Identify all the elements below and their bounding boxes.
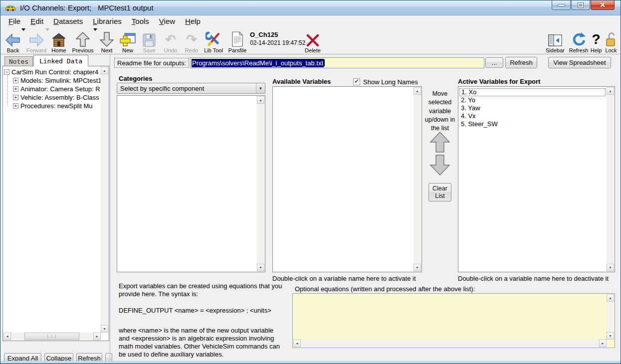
scroll-down-icon[interactable]: ▼ <box>414 264 421 271</box>
chevron-down-icon[interactable]: ▼ <box>256 83 265 93</box>
export-help-paragraph: Export variables can be created using eq… <box>119 282 285 298</box>
scroll-down-icon[interactable]: ▼ <box>607 332 614 340</box>
menu-tools[interactable]: Tools <box>128 16 153 26</box>
list-item[interactable]: 4. Vx <box>459 112 606 120</box>
tree-item-label[interactable]: Procedures: newSplit Mu <box>20 102 93 110</box>
undo-button[interactable]: ↶ Undo <box>160 28 181 53</box>
scroll-up-icon[interactable]: ▲ <box>257 96 264 104</box>
dataset-info: O_Ch125 02-14-2021 19:47:52 <box>250 31 305 46</box>
scrollbar-thumb[interactable]: ❘❘❘ <box>24 333 79 340</box>
back-button[interactable]: Back <box>1 28 24 53</box>
tree-content: CarSim Run Control: chapter4 Models: Sim… <box>4 68 100 332</box>
tree-vertical-scrollbar[interactable]: ▲ ▼ <box>101 67 108 333</box>
panel-divider[interactable] <box>110 54 110 364</box>
scroll-down-icon[interactable]: ▼ <box>257 264 264 271</box>
readme-refresh-button[interactable]: Refresh <box>505 57 537 68</box>
lock-button[interactable]: Lock <box>602 28 620 53</box>
close-button[interactable]: ✕ <box>591 0 615 10</box>
optional-equations-textarea[interactable]: ▲ ▼ ◄ ► <box>292 293 615 348</box>
tree-item-label[interactable]: Animator: Camera Setup: R <box>20 85 100 93</box>
minimize-icon <box>558 4 565 6</box>
menu-edit[interactable]: Edit <box>26 16 47 26</box>
tree-item-models[interactable]: Models: Simulink: MPCtest1 <box>4 76 100 85</box>
scroll-up-icon[interactable]: ▲ <box>414 87 421 95</box>
collapse-icon[interactable] <box>4 69 9 75</box>
expand-icon[interactable] <box>13 78 18 83</box>
categories-list[interactable]: ▲ ▼ <box>117 95 265 272</box>
list-item[interactable]: 5. Steer_SW <box>459 120 606 128</box>
categories-scrollbar[interactable]: ▲ ▼ <box>257 96 264 271</box>
sidebar-button[interactable]: Sidebar <box>544 28 566 53</box>
menu-datasets[interactable]: Datasets <box>49 16 87 26</box>
view-spreadsheet-button[interactable]: View Spreadsheet <box>548 57 611 68</box>
tree-item-label[interactable]: Models: Simulink: MPCtest1 <box>20 77 100 84</box>
save-button[interactable]: Save <box>139 28 159 53</box>
app-window: I/O Channels: Export; MPCtest1 output ✕ … <box>0 0 621 364</box>
menu-view[interactable]: View <box>155 16 179 26</box>
tree-item-procedures[interactable]: Procedures: newSplit Mu <box>4 102 100 110</box>
scroll-up-icon[interactable]: ▲ <box>607 87 614 95</box>
scroll-left-icon[interactable]: ◄ <box>3 333 11 340</box>
active-variables-list[interactable]: 1. Xo 2. Yo 3. Yaw 4. Vx 5. Steer_SW ▲ ▼ <box>458 86 615 272</box>
list-item[interactable]: 2. Yo <box>459 96 606 104</box>
browse-button[interactable]: ... <box>485 57 503 68</box>
list-item[interactable]: 3. Yaw <box>459 104 606 112</box>
help-question-icon: ? <box>592 32 600 47</box>
help-button[interactable]: ? Help <box>589 28 603 53</box>
equations-vertical-scrollbar[interactable]: ▲ ▼ <box>607 294 614 340</box>
categories-header: Categories <box>119 75 152 82</box>
move-up-button[interactable] <box>429 131 450 153</box>
lib-tool-button[interactable]: Lib Tool <box>201 28 226 53</box>
scroll-down-icon[interactable]: ▼ <box>101 325 108 333</box>
home-button[interactable]: Home <box>48 28 69 53</box>
tree-item-run-control[interactable]: CarSim Run Control: chapter4 <box>4 68 100 76</box>
maximize-button[interactable] <box>571 0 590 10</box>
tab-notes[interactable]: Notes <box>4 56 33 66</box>
new-button[interactable]: New <box>117 28 138 53</box>
tree-horizontal-scrollbar[interactable]: ◄ ► ❘❘❘ <box>3 333 101 340</box>
menu-file[interactable]: File <box>4 16 24 26</box>
expand-icon[interactable] <box>13 103 18 109</box>
forward-button[interactable]: Forward <box>24 28 48 53</box>
window-bottom-edge <box>0 361 621 364</box>
tab-linked-data[interactable]: Linked Data <box>33 55 88 66</box>
expand-icon[interactable] <box>13 95 18 100</box>
menu-libraries[interactable]: Libraries <box>89 16 126 26</box>
readme-path-input[interactable]: Programs\solvers\ReadMe\i_i_outputs_tab.… <box>190 57 484 68</box>
show-long-names-checkbox[interactable]: ✔ <box>353 78 360 85</box>
redo-button[interactable]: ↷ Redo <box>181 28 202 53</box>
parsfile-button[interactable]: Parsfile <box>226 28 249 53</box>
scroll-up-icon[interactable]: ▲ <box>101 67 108 74</box>
checkmark-icon: ✔ <box>354 78 359 84</box>
active-scrollbar[interactable]: ▲ ▼ <box>607 87 614 271</box>
tree-item-animator[interactable]: Animator: Camera Setup: R <box>4 85 100 93</box>
refresh-button[interactable]: Refresh <box>567 28 590 53</box>
next-button[interactable]: Next <box>96 28 117 53</box>
show-long-names-label[interactable]: Show Long Names <box>363 78 418 86</box>
dataset-timestamp: 02-14-2021 19:47:52 <box>250 39 305 46</box>
tree-item-label[interactable]: Vehicle: Assembly: B-Class <box>20 94 99 101</box>
title-bar: I/O Channels: Export; MPCtest1 output ✕ <box>0 0 621 15</box>
mover-hint: Move selected variable up/down in the li… <box>423 90 457 133</box>
tree-item-vehicle[interactable]: Vehicle: Assembly: B-Class <box>4 93 100 102</box>
minimize-button[interactable] <box>552 0 571 10</box>
clear-list-button[interactable]: Clear List <box>428 183 451 201</box>
scroll-down-icon[interactable]: ▼ <box>607 264 614 271</box>
scroll-right-icon[interactable]: ► <box>93 333 101 340</box>
undo-icon: ↶ <box>165 32 176 47</box>
move-down-button[interactable] <box>429 154 450 176</box>
tree-item-label[interactable]: CarSim Run Control: chapter4 <box>11 68 98 76</box>
expand-icon[interactable] <box>13 86 18 92</box>
equations-horizontal-scrollbar[interactable]: ◄ ► <box>293 340 607 347</box>
scroll-right-icon[interactable]: ► <box>599 340 607 347</box>
scroll-up-icon[interactable]: ▲ <box>607 294 614 302</box>
scroll-left-icon[interactable]: ◄ <box>293 340 301 347</box>
categories-dropdown[interactable]: Select by specific component ▼ <box>117 83 265 94</box>
previous-button[interactable]: Previous <box>69 28 96 53</box>
available-variables-list[interactable]: ▲ ▼ <box>272 86 422 272</box>
menu-help[interactable]: Help <box>181 16 205 26</box>
available-variables-header: Available Variables <box>272 78 331 85</box>
available-scrollbar[interactable]: ▲ ▼ <box>414 87 421 271</box>
list-item[interactable]: 1. Xo <box>459 88 606 96</box>
delete-button[interactable]: Delete <box>301 28 325 53</box>
